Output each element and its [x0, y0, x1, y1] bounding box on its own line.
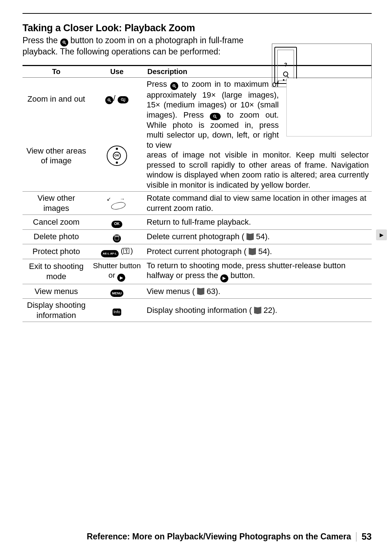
info-icon: Info	[113, 309, 121, 316]
preview-placeholder	[286, 78, 372, 136]
desc-cell: Display shooting information ( 22).	[144, 299, 372, 322]
svg-rect-12	[124, 99, 125, 100]
page-ref-icon	[197, 288, 204, 295]
use-cell	[90, 229, 144, 244]
zoom-out-icon	[210, 113, 221, 120]
to-cell: View menus	[23, 284, 90, 299]
side-thumb-tab: ▶	[376, 229, 387, 240]
to-cell: Display shooting information	[23, 299, 90, 322]
table-row: Zoom in and out / Press	[23, 77, 372, 120]
table-row: Exit to shooting mode Shutter button or …	[23, 259, 372, 284]
page-ref-icon	[249, 248, 256, 255]
use-cell: Info	[90, 299, 144, 322]
svg-rect-11	[124, 98, 125, 99]
page-number: 53	[362, 531, 372, 542]
playback-icon: ▶	[220, 274, 228, 282]
use-cell: AE-L AF-L (⚿)	[90, 244, 144, 259]
table-row: View menus MENU View menus ( 63).	[23, 284, 372, 299]
footer-text: Reference: More on Playback/Viewing Phot…	[87, 532, 351, 542]
intro-text-a: Press the	[23, 36, 60, 45]
command-dial-icon: ↙→	[107, 195, 127, 209]
to-cell: Delete photo	[23, 229, 90, 244]
desc-text: Display shooting information (	[147, 306, 252, 315]
to-cell: Cancel zoom	[23, 215, 90, 229]
key-icon: (⚿)	[121, 247, 133, 255]
table-row: Cancel zoom OK Return to full-frame play…	[23, 215, 372, 229]
desc-text: 63).	[207, 287, 220, 296]
page: Taking a Closer Look: Playback Zoom Pres…	[0, 0, 392, 555]
trash-icon	[113, 234, 121, 242]
zoom-in-icon	[105, 96, 113, 104]
menu-icon: MENU	[110, 290, 124, 297]
desc-text: 54).	[256, 232, 270, 241]
to-cell: Exit to shooting mode	[23, 259, 90, 284]
multi-selector-icon: OK	[107, 146, 127, 166]
svg-line-5	[110, 101, 111, 102]
use-cell: ↙→	[90, 192, 144, 215]
table-row: View other images ↙→ Rotate command dial…	[23, 192, 372, 215]
zoom-out-icon	[118, 96, 128, 103]
desc-text: Delete current photograph (	[147, 232, 244, 241]
desc-text: areas of image not visible in monitor. K…	[147, 150, 369, 190]
desc-text: 54).	[258, 247, 272, 256]
desc-text: button.	[230, 271, 255, 280]
use-cell: OK	[90, 120, 144, 192]
to-cell: Zoom in and out	[23, 77, 90, 120]
desc-cell: Rotate command dial to view same locatio…	[144, 192, 372, 215]
desc-text: Press	[147, 79, 170, 89]
to-cell: View other images	[23, 192, 90, 215]
svg-line-9	[123, 101, 124, 102]
col-to: To	[23, 65, 90, 77]
svg-line-1	[65, 43, 66, 44]
zoom-in-icon	[60, 38, 68, 46]
desc-cell: To return to shooting mode, press shutte…	[144, 259, 372, 284]
use-cell: /	[90, 77, 144, 120]
top-rule	[23, 13, 372, 14]
use-cell: MENU	[90, 284, 144, 299]
to-cell: Protect photo	[23, 244, 90, 259]
desc-cell: Protect current photograph ( 54).	[144, 244, 372, 259]
magnifier-icon	[283, 72, 288, 77]
table-row: Protect photo AE-L AF-L (⚿) Protect curr…	[23, 244, 372, 259]
desc-text: View menus (	[147, 287, 195, 296]
col-use: Use	[90, 65, 144, 77]
section-heading: Taking a Closer Look: Playback Zoom	[23, 23, 372, 34]
intro-paragraph: Press the button to zoom in on a photogr…	[23, 35, 273, 57]
desc-text: 22).	[264, 306, 277, 315]
zoom-in-icon	[170, 82, 178, 90]
page-ref-icon	[246, 233, 254, 240]
use-cell: OK	[90, 215, 144, 229]
desc-cell: Return to full-frame playback.	[144, 215, 372, 229]
svg-line-15	[175, 86, 176, 87]
desc-cell: View menus ( 63).	[144, 284, 372, 299]
ok-icon: OK	[111, 221, 122, 228]
to-cell: View other areas of image	[23, 120, 90, 192]
page-ref-icon	[254, 307, 261, 314]
use-cell: Shutter button or ▶	[90, 259, 144, 284]
ael-afl-icon: AE-L AF-L	[101, 250, 119, 257]
playback-icon: ▶	[117, 274, 125, 282]
table-row: Delete photo Delete current photograph (…	[23, 229, 372, 244]
table-row: Display shooting information Info Displa…	[23, 299, 372, 322]
footer: Reference: More on Playback/Viewing Phot…	[87, 531, 372, 542]
svg-line-19	[216, 117, 217, 118]
desc-cell: Delete current photograph ( 54).	[144, 229, 372, 244]
desc-text: Protect current photograph (	[147, 247, 246, 256]
desc-cell: Press to zoom in to maximum of approxima…	[144, 77, 372, 192]
svg-rect-13	[124, 101, 125, 101]
operations-table: To Use Description Zoom in and out /	[23, 65, 372, 322]
use-text: Shutter button or	[93, 261, 141, 279]
footer-separator	[356, 532, 356, 542]
